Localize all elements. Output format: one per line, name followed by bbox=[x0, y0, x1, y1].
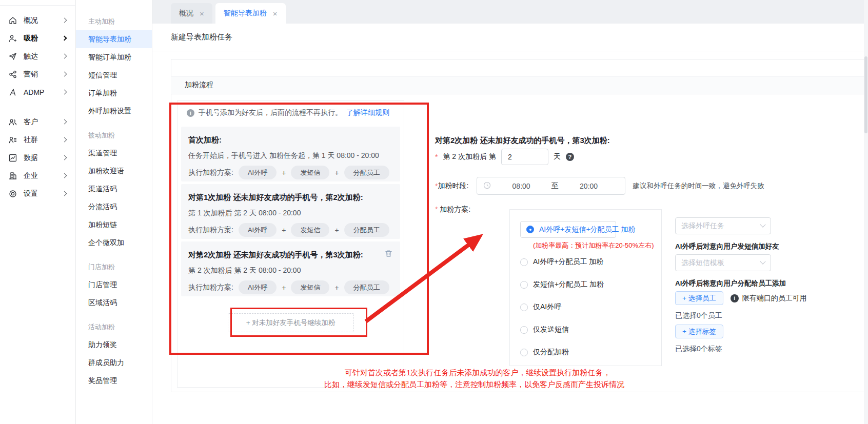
sidebar-item-customers[interactable]: 客户 bbox=[0, 113, 75, 131]
tab-overview[interactable]: 概况 × bbox=[171, 3, 212, 24]
select-placeholder: 选择外呼任务 bbox=[681, 221, 724, 231]
scrollbar[interactable] bbox=[864, 0, 868, 424]
subnav-item-region-qr[interactable]: 区域活码 bbox=[76, 294, 152, 312]
subnav-item-group-boost[interactable]: 群成员助力 bbox=[76, 354, 152, 372]
time-start[interactable]: 08:00 bbox=[491, 182, 551, 190]
sidebar-item-community[interactable]: 社群 bbox=[0, 131, 75, 149]
sidebar-item-label: 触达 bbox=[24, 52, 56, 61]
rail-group-gap bbox=[0, 101, 75, 113]
chevron-right-icon bbox=[62, 137, 67, 143]
flow-step-3[interactable]: 对第2次加粉 还未加好友成功的手机号，第3次加粉: 第 2 次加粉后 第 2 天… bbox=[181, 241, 400, 296]
subnav-item-call-settings[interactable]: 外呼加粉设置 bbox=[76, 102, 152, 120]
close-icon[interactable]: × bbox=[200, 10, 204, 17]
subnav-item-store-manage[interactable]: 门店管理 bbox=[76, 276, 152, 294]
staff-hint: i 限有端口的员工可用 bbox=[731, 294, 807, 303]
sidebar-item-overview[interactable]: 概况 bbox=[0, 11, 75, 29]
subnav-item-welcome-msg[interactable]: 加粉欢迎语 bbox=[76, 162, 152, 180]
required-mark: * bbox=[435, 153, 438, 161]
step-plan-row: 执行加粉方案: AI外呼 + 发短信 + 分配员工 bbox=[188, 280, 393, 294]
step-title: 对第1次加粉 还未加好友成功的手机号，第2次加粉: bbox=[188, 192, 363, 203]
time-note: 建议和外呼任务的时间一致，避免外呼失败 bbox=[633, 181, 764, 191]
subnav-item-channel-manage[interactable]: 渠道管理 bbox=[76, 144, 152, 162]
sidebar-item-reach[interactable]: 触达 bbox=[0, 47, 75, 65]
plus-separator: + bbox=[282, 169, 286, 177]
radio-icon[interactable] bbox=[520, 281, 528, 289]
plan-option-note: (加粉率最高：预计加粉率在20-50%左右) bbox=[533, 241, 651, 250]
step-desc: 第 1 次加粉后 第 2 天 08:00 - 20:00 bbox=[188, 208, 393, 218]
chevron-right-icon bbox=[62, 90, 67, 95]
call-task-select[interactable]: 选择外呼任务 bbox=[675, 217, 771, 234]
help-icon[interactable]: ? bbox=[566, 153, 574, 161]
plan-option-ai-sms-staff[interactable]: AI外呼+发短信+分配员工 加粉 bbox=[520, 221, 616, 238]
select-tag-row: + 选择标签 bbox=[675, 325, 855, 338]
annotation-text-line2: 比如，继续发短信或分配员工加粉等，注意控制加粉频率，以免客户反感而产生投诉情况 bbox=[324, 380, 624, 390]
plan-option-ai-staff[interactable]: AI外呼+分配员工 加粉 bbox=[520, 257, 651, 267]
plan-row-label: * 加粉方案: bbox=[435, 205, 470, 214]
subnav-gap bbox=[76, 252, 152, 258]
sidebar-item-settings[interactable]: 设置 bbox=[0, 185, 75, 203]
delete-icon[interactable] bbox=[384, 249, 393, 259]
step-plan-row: 执行加粉方案: AI外呼 + 发短信 + 分配员工 bbox=[188, 223, 393, 237]
subnav-item-smart-import[interactable]: 智能导表加粉 bbox=[76, 30, 152, 48]
sidebar-item-admp[interactable]: ADMP bbox=[0, 83, 75, 101]
chevron-right-icon bbox=[62, 155, 67, 160]
flow-step-2[interactable]: 对第1次加粉 还未加好友成功的手机号，第2次加粉: 第 1 次加粉后 第 2 天… bbox=[181, 184, 400, 239]
step-desc: 第 2 次加粉后 第 2 天 08:00 - 20:00 bbox=[188, 265, 393, 275]
subnav-item-split-qr[interactable]: 分流活码 bbox=[76, 198, 152, 216]
chevron-right-icon bbox=[62, 191, 67, 196]
continue-add-fans-button[interactable]: + 对未加好友手机号继续加粉 bbox=[228, 313, 354, 332]
section-title: 加粉流程 bbox=[171, 76, 868, 94]
plan-pill: 分配员工 bbox=[344, 166, 389, 179]
tab-smart-import[interactable]: 智能导表加粉 × bbox=[215, 3, 286, 24]
delay-unit: 天 bbox=[554, 152, 561, 161]
plan-option-sms-staff[interactable]: 发短信+分配员工 加粉 bbox=[520, 279, 651, 290]
subnav-item-boost-prize[interactable]: 助力领奖 bbox=[76, 336, 152, 354]
fan-flow-panel: i 手机号添加为好友后，后面的流程不再执行。 了解详细规则 首次加粉: 任务开始… bbox=[177, 100, 404, 388]
clock-icon bbox=[483, 181, 491, 191]
delay-days-input[interactable] bbox=[501, 149, 548, 165]
select-tag-button[interactable]: + 选择标签 bbox=[675, 325, 723, 338]
sms-template-select[interactable]: 选择短信模板 bbox=[675, 254, 771, 271]
subnav-item-prize-manage[interactable]: 奖品管理 bbox=[76, 372, 152, 390]
sidebar-item-marketing[interactable]: 营销 bbox=[0, 65, 75, 83]
subnav-item-short-link[interactable]: 加粉短链 bbox=[76, 216, 152, 234]
subnav-item-order-fans[interactable]: 订单加粉 bbox=[76, 84, 152, 102]
radio-icon[interactable] bbox=[520, 326, 528, 334]
close-icon[interactable]: × bbox=[273, 10, 278, 17]
radio-icon[interactable] bbox=[520, 349, 528, 356]
assign-staff-label: AI外呼后将意向用户分配给员工添加 bbox=[675, 279, 855, 288]
step-title: 首次加粉: bbox=[188, 134, 222, 145]
sidebar-item-data[interactable]: 数据 bbox=[0, 149, 75, 167]
plan-pill: AI外呼 bbox=[239, 223, 277, 237]
subnav-item-dual-add[interactable]: 企个微双加 bbox=[76, 234, 152, 252]
sub-sidebar: 主动加粉 智能导表加粉 智能订单加粉 短信管理 订单加粉 外呼加粉设置 被动加粉… bbox=[76, 0, 152, 424]
time-end[interactable]: 20:00 bbox=[559, 182, 619, 190]
time-range-picker[interactable]: 08:00 至 20:00 bbox=[477, 177, 625, 195]
plan-pill: 发短信 bbox=[291, 223, 329, 237]
subnav-section-header: 被动加粉 bbox=[76, 126, 152, 144]
radio-icon[interactable] bbox=[520, 258, 528, 266]
plan-option-sms-only[interactable]: 仅发送短信 bbox=[520, 325, 651, 335]
radio-icon[interactable] bbox=[520, 304, 528, 311]
sidebar-item-attract-fans[interactable]: 吸粉 bbox=[0, 29, 75, 47]
subnav-item-smart-order[interactable]: 智能订单加粉 bbox=[76, 48, 152, 66]
rules-link[interactable]: 了解详细规则 bbox=[346, 108, 389, 117]
plan-option-assign-only[interactable]: 仅分配加粉 bbox=[520, 347, 651, 357]
subnav-section-header: 门店加粉 bbox=[76, 258, 152, 276]
radio-selected-icon[interactable] bbox=[526, 226, 534, 233]
subnav-item-sms-manage[interactable]: 短信管理 bbox=[76, 66, 152, 84]
sidebar-item-enterprise[interactable]: 企业 bbox=[0, 167, 75, 185]
flow-step-1[interactable]: 首次加粉: 任务开始后，手机号进入 加粉任务起，第 1 天 08:00 - 20… bbox=[181, 127, 400, 181]
sms-after-call-label: AI外呼后对意向用户发短信加好友 bbox=[675, 242, 855, 251]
subnav-item-channel-qr[interactable]: 渠道活码 bbox=[76, 180, 152, 198]
flow-steps: 首次加粉: 任务开始后，手机号进入 加粉任务起，第 1 天 08:00 - 20… bbox=[177, 127, 404, 296]
plus-separator: + bbox=[282, 284, 286, 292]
plan-option-ai-only[interactable]: 仅AI外呼 bbox=[520, 302, 651, 312]
step-title: 对第2次加粉 还未加好友成功的手机号，第3次加粉: bbox=[188, 249, 363, 260]
scrollbar-thumb[interactable] bbox=[864, 56, 867, 133]
building-icon bbox=[8, 171, 17, 180]
plan-pill: AI外呼 bbox=[239, 166, 277, 179]
tag-selected-count: 已选择0个标签 bbox=[675, 345, 855, 354]
select-staff-button[interactable]: + 选择员工 bbox=[675, 291, 723, 305]
tab-label: 智能导表加粉 bbox=[224, 9, 267, 18]
